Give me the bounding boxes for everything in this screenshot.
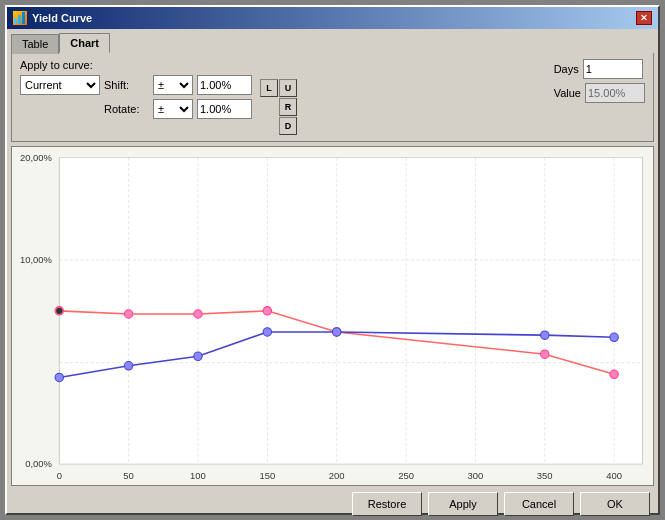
up-button[interactable]: U	[279, 79, 297, 97]
days-input[interactable]	[583, 59, 643, 79]
svg-point-42	[333, 328, 341, 336]
value-row: Value	[554, 83, 645, 103]
svg-point-33	[194, 310, 202, 318]
svg-point-34	[263, 307, 271, 315]
svg-text:0,00%: 0,00%	[25, 458, 52, 469]
apply-button[interactable]: Apply	[428, 492, 498, 516]
svg-point-40	[194, 352, 202, 360]
lrud-grid: L U R	[260, 79, 297, 116]
shift-row: Current Shift: ±	[20, 75, 252, 95]
cancel-button[interactable]: Cancel	[504, 492, 574, 516]
restore-button[interactable]: Restore	[352, 492, 422, 516]
svg-text:50: 50	[123, 470, 134, 481]
svg-point-32	[124, 310, 132, 318]
rotate-row: Rotate: ±	[20, 99, 252, 119]
svg-point-44	[610, 333, 618, 341]
window-icon	[13, 11, 27, 25]
svg-rect-1	[18, 15, 21, 24]
rotate-label: Rotate:	[104, 103, 149, 115]
svg-text:250: 250	[398, 470, 414, 481]
yield-curve-window: Yield Curve ✕ Table Chart Apply to curve…	[5, 5, 660, 515]
apply-to-select[interactable]: Current	[20, 75, 100, 95]
controls-panel: Apply to curve: Current Shift: ±	[11, 53, 654, 142]
tab-table[interactable]: Table	[11, 34, 59, 54]
svg-rect-2	[22, 12, 25, 24]
tab-chart[interactable]: Chart	[59, 33, 110, 53]
svg-rect-4	[59, 158, 642, 465]
rotate-sign-select[interactable]: ±	[153, 99, 193, 119]
svg-text:0: 0	[57, 470, 62, 481]
svg-point-37	[610, 370, 618, 378]
right-button[interactable]: R	[279, 98, 297, 116]
window-body: Table Chart Apply to curve: Current Shif…	[7, 29, 658, 520]
svg-point-39	[124, 362, 132, 370]
value-input	[585, 83, 645, 103]
close-button[interactable]: ✕	[636, 11, 652, 25]
svg-text:100: 100	[190, 470, 206, 481]
svg-text:350: 350	[537, 470, 553, 481]
bottom-bar: Restore Apply Cancel OK	[11, 486, 654, 520]
days-value-panel: Days Value	[554, 59, 645, 103]
apply-to-label: Apply to curve:	[20, 59, 93, 71]
svg-text:300: 300	[468, 470, 484, 481]
chart-container: 20,00% 10,00% 0,00% 0 50 100 150 200 250…	[11, 146, 654, 486]
svg-rect-0	[14, 18, 17, 24]
svg-text:10,00%: 10,00%	[20, 254, 53, 265]
svg-point-43	[541, 331, 549, 339]
svg-point-41	[263, 328, 271, 336]
shift-label: Shift:	[104, 79, 149, 91]
shift-value-input[interactable]	[197, 75, 252, 95]
title-bar-left: Yield Curve	[13, 11, 92, 25]
ok-button[interactable]: OK	[580, 492, 650, 516]
title-bar: Yield Curve ✕	[7, 7, 658, 29]
svg-point-36	[541, 350, 549, 358]
rotate-value-input[interactable]	[197, 99, 252, 119]
svg-text:400: 400	[606, 470, 622, 481]
shift-sign-select[interactable]: ±	[153, 75, 193, 95]
down-row: D	[256, 117, 297, 135]
down-button[interactable]: D	[279, 117, 297, 135]
svg-text:150: 150	[259, 470, 275, 481]
days-row: Days	[554, 59, 643, 79]
lrud-container: L U R D	[256, 79, 297, 135]
controls-left: Apply to curve: Current Shift: ±	[20, 59, 252, 119]
svg-text:200: 200	[329, 470, 345, 481]
apply-to-row: Apply to curve:	[20, 59, 252, 71]
spacer	[260, 98, 278, 116]
days-label: Days	[554, 63, 579, 75]
tab-bar: Table Chart	[11, 33, 654, 53]
chart-svg: 20,00% 10,00% 0,00% 0 50 100 150 200 250…	[12, 147, 653, 485]
value-label: Value	[554, 87, 581, 99]
svg-point-45	[56, 308, 62, 314]
left-button[interactable]: L	[260, 79, 278, 97]
window-title: Yield Curve	[32, 12, 92, 24]
svg-text:20,00%: 20,00%	[20, 152, 53, 163]
svg-point-38	[55, 373, 63, 381]
